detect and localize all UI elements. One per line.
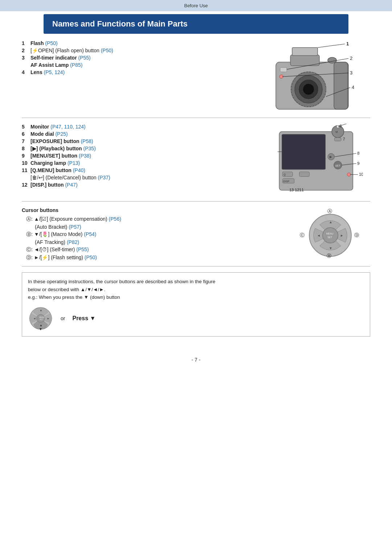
part-text-3: Cursor buttons Ⓐ: ▲/[☑] (Exposure compen… — [22, 207, 298, 262]
part-text-1: 1 Flash (P50) 2 [⚡OPEN] (Flash open) but… — [22, 40, 261, 77]
parts-list-2: 5 Monitor (P47, 110, 124) 6 Mode dial (P… — [22, 124, 269, 188]
svg-point-34 — [347, 173, 351, 176]
svg-text:▶: ▶ — [330, 155, 332, 159]
cursor-small-svg: MENU SET ▲ ▼ ◄ ► ▼ ▼ — [28, 306, 53, 331]
press-label: Press ▼ — [72, 314, 95, 323]
part-image-1: 1 2 3 4 — [261, 40, 370, 114]
parts-list-3: Ⓐ: ▲/[☑] (Exposure compensation) (P56) (… — [22, 216, 290, 261]
svg-text:Ⓐ: Ⓐ — [327, 209, 332, 214]
svg-text:M: M — [335, 130, 338, 134]
list-item: (Auto Bracket) (P57) — [22, 224, 290, 230]
page-title: Names and Functions of Main Parts — [52, 19, 340, 29]
svg-text:13  1211: 13 1211 — [289, 188, 304, 192]
svg-text:▲: ▲ — [329, 220, 332, 224]
svg-text:SET: SET — [327, 236, 332, 239]
info-box: In these operating instructions, the cur… — [22, 272, 370, 337]
top-header: Before Use — [0, 0, 392, 11]
cursor-title: Cursor buttons — [22, 207, 290, 213]
svg-text:▼: ▼ — [329, 246, 332, 250]
list-item: (AF Tracking) (P82) — [22, 239, 290, 245]
list-item: 10 Charging lamp (P13) — [22, 160, 269, 166]
svg-text:DISP: DISP — [283, 180, 289, 183]
page-container: Before Use Names and Functions of Main P… — [0, 0, 392, 554]
info-text-1: In these operating instructions, the cur… — [28, 278, 364, 286]
list-item: Ⓑ: ▼/[🌷] (Macro Mode) (P54) — [22, 231, 290, 238]
part-section-1: 1 Flash (P50) 2 [⚡OPEN] (Flash open) but… — [22, 34, 370, 118]
svg-text:6: 6 — [339, 124, 342, 128]
svg-text:Ⓑ: Ⓑ — [327, 253, 331, 258]
svg-text:►: ► — [340, 233, 344, 237]
list-item: 9 [MENU/SET] button (P38) — [22, 153, 269, 159]
title-section: Names and Functions of Main Parts — [44, 14, 348, 34]
part-image-3: MENU SET ▲ ▼ ◄ ► Ⓐ Ⓑ Ⓒ Ⓓ — [298, 207, 370, 259]
parts-list-1: 1 Flash (P50) 2 [⚡OPEN] (Flash open) but… — [22, 40, 254, 75]
camera-front-svg: 1 2 3 4 — [261, 40, 363, 113]
svg-rect-11 — [334, 62, 348, 109]
svg-rect-25 — [282, 134, 326, 170]
list-item: 4 Lens (P5, 124) — [22, 69, 254, 75]
list-item: Ⓐ: ▲/[☑] (Exposure compensation) (P56) — [22, 216, 290, 223]
svg-line-12 — [318, 44, 345, 48]
part-section-2: 5 Monitor (P47, 110, 124) 6 Mode dial (P… — [22, 118, 370, 201]
svg-text:SET: SET — [335, 164, 340, 167]
svg-text:MENU: MENU — [326, 232, 333, 235]
svg-text:1: 1 — [346, 41, 349, 46]
svg-text:SET: SET — [40, 318, 43, 321]
list-item: 11 [Q.MENU] button (P40) — [22, 167, 269, 173]
list-item: 3 Self-timer indicator (P55) — [22, 55, 254, 61]
svg-text:►: ► — [47, 317, 50, 320]
page-number: - 7 - — [0, 342, 392, 370]
info-text-3: e.g.: When you press the ▼ (down) button — [28, 293, 364, 301]
svg-text:3: 3 — [350, 70, 352, 76]
cursor-buttons-svg: MENU SET ▲ ▼ ◄ ► Ⓐ Ⓑ Ⓒ Ⓓ — [298, 207, 363, 258]
list-item: 2 [⚡OPEN] (Flash open) button (P50) — [22, 48, 254, 53]
svg-point-22 — [337, 126, 339, 128]
list-item: 8 [▶] (Playback) button (P35) — [22, 146, 269, 151]
svg-point-6 — [303, 84, 314, 95]
svg-rect-24 — [335, 138, 341, 141]
svg-text:10: 10 — [359, 172, 363, 176]
svg-text:9: 9 — [357, 161, 359, 166]
list-item: 7 [EXPOSURE] button (P58) — [22, 138, 269, 144]
svg-rect-1 — [290, 55, 319, 66]
list-item: Ⓒ: ◄/[⏱] (Self-timer) (P55) — [22, 247, 290, 253]
part-section-3: Cursor buttons Ⓐ: ▲/[☑] (Exposure compen… — [22, 201, 370, 266]
svg-rect-8 — [280, 68, 287, 72]
list-item: 5 Monitor (P47, 110, 124) — [22, 124, 269, 130]
svg-point-49 — [323, 228, 338, 243]
section-label: Before Use — [184, 3, 208, 8]
svg-text:8: 8 — [357, 151, 359, 155]
list-item: Ⓓ: ►/[⚡] (Flash setting) (P50) — [22, 254, 290, 261]
svg-rect-2 — [292, 48, 318, 56]
part-text-2: 5 Monitor (P47, 110, 124) 6 Mode dial (P… — [22, 124, 276, 189]
svg-text:7: 7 — [343, 137, 345, 141]
list-item: 6 Mode dial (P25) — [22, 131, 269, 137]
svg-text:◄: ◄ — [33, 317, 36, 320]
svg-text:▼: ▼ — [39, 327, 42, 331]
main-content: 1 Flash (P50) 2 [⚡OPEN] (Flash open) but… — [0, 34, 392, 337]
svg-text:▲: ▲ — [40, 309, 42, 312]
svg-text:4: 4 — [352, 85, 354, 90]
part-image-2: M ▶ SET Q DISP — [276, 124, 370, 197]
or-label: or — [61, 314, 65, 322]
svg-rect-35 — [299, 172, 310, 176]
list-item: AF Assist Lamp (P85) — [22, 62, 254, 68]
svg-text:Ⓒ: Ⓒ — [300, 233, 305, 238]
svg-text:Ⓓ: Ⓓ — [354, 233, 359, 238]
svg-text:Q: Q — [283, 173, 286, 176]
camera-back-svg: M ▶ SET Q DISP — [276, 124, 363, 196]
svg-text:◄: ◄ — [317, 233, 320, 237]
list-item: 12 [DISP.] button (P47) — [22, 182, 269, 188]
info-text-2: below or described with ▲/▼/◄/►. — [28, 286, 364, 294]
svg-text:2: 2 — [350, 56, 352, 61]
list-item: [🗑/↩] (Delete/Cancel) button (P37) — [22, 175, 269, 180]
info-box-diagram: MENU SET ▲ ▼ ◄ ► ▼ ▼ or Press ▼ — [28, 306, 364, 331]
list-item: 1 Flash (P50) — [22, 40, 254, 46]
